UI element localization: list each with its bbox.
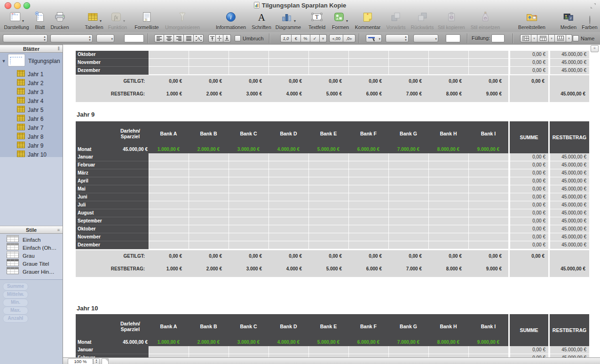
bank-cell[interactable]: [348, 67, 388, 75]
bank-cell[interactable]: [428, 169, 468, 177]
toolbar-umorganisieren-button[interactable]: Umorganisieren: [165, 12, 200, 30]
valign-middle-button[interactable]: [216, 34, 223, 42]
function-button-anzahl[interactable]: Anzahl: [3, 315, 28, 323]
getilgt-value[interactable]: 0,00 €: [308, 253, 342, 259]
bank-cell[interactable]: [388, 217, 428, 225]
header-bank[interactable]: Bank F: [348, 121, 388, 146]
align-auto-button[interactable]: A: [194, 34, 204, 42]
bank-target-value[interactable]: 9.000,00 €: [468, 147, 508, 152]
restbetrag-cell[interactable]: 45.000,00 €: [550, 209, 589, 217]
align-center-button[interactable]: [164, 34, 174, 42]
bank-cell[interactable]: [388, 67, 428, 75]
restbetrag-cell[interactable]: 45.000,00 €: [550, 161, 589, 169]
bank-cell[interactable]: [268, 169, 308, 177]
bank-cell[interactable]: [428, 161, 468, 169]
bank-cell[interactable]: [348, 201, 388, 209]
sidebar-table-jahr-3[interactable]: Jahr 3: [0, 87, 63, 96]
toolbar-rueckwaerts-button[interactable]: Rückwärts: [411, 12, 434, 30]
summe-cell[interactable]: 0,00 €: [510, 153, 548, 161]
bank-cell[interactable]: [428, 209, 468, 217]
toolbar-vorwaerts-button[interactable]: Vorwärts: [387, 12, 406, 30]
bank-cell[interactable]: [229, 241, 268, 249]
bank-cell[interactable]: [388, 201, 428, 209]
bank-cell[interactable]: [149, 67, 189, 75]
getilgt-value[interactable]: 0,00 €: [388, 79, 422, 84]
format-checkbox-button[interactable]: ✓: [310, 34, 320, 42]
border-color-well[interactable]: [446, 34, 460, 42]
header-rows-dropdown[interactable]: ▾: [549, 34, 555, 42]
bank-cell[interactable]: [468, 59, 508, 67]
getilgt-value[interactable]: 0,00 €: [149, 79, 182, 84]
getilgt-value[interactable]: 0,00 €: [428, 253, 462, 259]
sidebar-table-jahr-9[interactable]: Jahr 9: [0, 141, 63, 150]
bank-cell[interactable]: [468, 217, 508, 225]
style-item[interactable]: Einfach: [0, 236, 63, 244]
month-label-cell[interactable]: Januar: [76, 346, 149, 354]
getilgt-value[interactable]: 0,00 €: [229, 79, 262, 84]
summe-cell[interactable]: 0,00 €: [510, 51, 548, 59]
bank-target-value[interactable]: 1.000,00 €: [149, 147, 189, 152]
toolbar-farben-button[interactable]: Farben: [582, 12, 597, 30]
month-label-cell[interactable]: September: [76, 217, 149, 225]
getilgt-value[interactable]: 0,00 €: [149, 253, 182, 259]
bank-cell[interactable]: [229, 67, 268, 75]
bank-cell[interactable]: [428, 217, 468, 225]
restbetrag-cell[interactable]: 45.000,00 €: [550, 217, 589, 225]
month-label-cell[interactable]: November: [76, 59, 149, 67]
header-bank[interactable]: Bank F: [348, 314, 388, 339]
function-button-min[interactable]: Min.: [3, 299, 28, 307]
restbetrag-value[interactable]: 4.000 €: [268, 266, 302, 271]
bank-cell[interactable]: [189, 161, 229, 169]
getilgt-value[interactable]: 0,00 €: [388, 253, 422, 259]
restbetrag-cell[interactable]: 45.000,00 €: [550, 177, 589, 185]
month-label-cell[interactable]: Juni: [76, 193, 149, 201]
bank-cell[interactable]: [428, 185, 468, 193]
restbetrag-value[interactable]: 2.000 €: [189, 91, 222, 96]
bank-cell[interactable]: [388, 169, 428, 177]
bank-cell[interactable]: [428, 51, 468, 59]
bank-target-value[interactable]: 4.000,00 €: [268, 340, 308, 345]
bank-cell[interactable]: [468, 346, 508, 354]
bank-cell[interactable]: [388, 225, 428, 233]
bank-cell[interactable]: [348, 169, 388, 177]
bank-cell[interactable]: [348, 233, 388, 241]
getilgt-summe[interactable]: 0,00 €: [531, 253, 545, 259]
summe-cell[interactable]: 0,00 €: [510, 185, 548, 193]
style-item[interactable]: Einfach (Oh…: [0, 244, 63, 252]
border-color-select[interactable]: ▾: [413, 34, 438, 42]
header-bank[interactable]: Bank I: [468, 314, 508, 339]
bank-cell[interactable]: [388, 193, 428, 201]
bank-cell[interactable]: [149, 225, 189, 233]
restbetrag-cell[interactable]: 45.000,00 €: [550, 225, 589, 233]
bank-cell[interactable]: [428, 67, 468, 75]
bank-target-value[interactable]: 7.000,00 €: [388, 340, 428, 345]
toolbar-bereitstellen-button[interactable]: Bereitstellen: [518, 12, 545, 30]
bank-cell[interactable]: [149, 209, 189, 217]
month-label-cell[interactable]: Juli: [76, 201, 149, 209]
bank-cell[interactable]: [388, 354, 428, 357]
bank-cell[interactable]: [348, 161, 388, 169]
restbetrag-value[interactable]: 9.000 €: [468, 91, 502, 96]
restbetrag-cell[interactable]: 45.000,00 €: [550, 67, 589, 75]
bank-target-value[interactable]: 8.000,00 €: [428, 340, 468, 345]
toolbar-textfeld-button[interactable]: TTextfeld: [308, 12, 325, 30]
bank-cell[interactable]: [268, 225, 308, 233]
bank-cell[interactable]: [468, 241, 508, 249]
bank-cell[interactable]: [229, 354, 268, 357]
bank-cell[interactable]: [268, 59, 308, 67]
header-bank[interactable]: Bank A: [149, 314, 189, 339]
sidebar-table-jahr-6[interactable]: Jahr 6: [0, 114, 63, 123]
getilgt-value[interactable]: 0,00 €: [268, 253, 302, 259]
umbruch-checkbox[interactable]: Umbruch: [235, 34, 264, 42]
bank-cell[interactable]: [189, 185, 229, 193]
summe-cell[interactable]: 0,00 €: [510, 346, 548, 354]
bank-cell[interactable]: [308, 233, 348, 241]
bank-cell[interactable]: [308, 67, 348, 75]
restbetrag-cell[interactable]: 45.000,00 €: [550, 59, 589, 67]
font-family-select[interactable]: ▲▼: [3, 34, 47, 42]
table-title[interactable]: Jahr 9: [77, 111, 95, 118]
more-decimals-button[interactable]: ◂,00: [329, 34, 343, 42]
bank-cell[interactable]: [308, 59, 348, 67]
restbetrag-cell[interactable]: 45.000,00 €: [550, 185, 589, 193]
summe-cell[interactable]: 0,00 €: [510, 193, 548, 201]
